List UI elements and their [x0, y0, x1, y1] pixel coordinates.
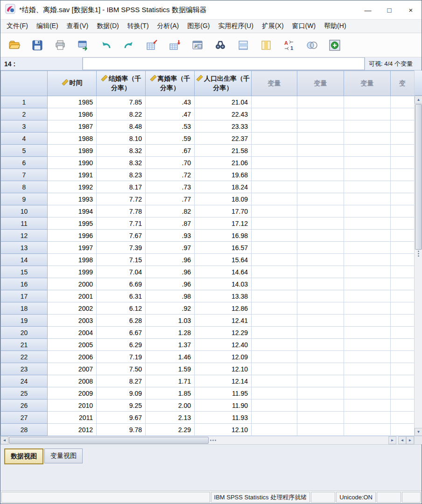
- empty-cell[interactable]: [391, 302, 415, 315]
- empty-cell[interactable]: [297, 351, 344, 363]
- empty-cell[interactable]: [252, 217, 297, 230]
- empty-cell[interactable]: [344, 302, 391, 315]
- row-header[interactable]: 17: [1, 290, 48, 302]
- data-cell[interactable]: .73: [146, 181, 195, 193]
- empty-cell[interactable]: [344, 120, 391, 133]
- empty-cell[interactable]: [391, 205, 415, 217]
- empty-cell[interactable]: [344, 278, 391, 290]
- empty-cell[interactable]: [252, 193, 297, 205]
- data-cell[interactable]: 11.90: [195, 399, 252, 412]
- row-header[interactable]: 10: [1, 205, 48, 217]
- data-cell[interactable]: .97: [146, 242, 195, 254]
- empty-cell[interactable]: [391, 424, 415, 436]
- empty-cell[interactable]: [391, 387, 415, 399]
- data-cell[interactable]: 2005: [48, 339, 97, 351]
- data-cell[interactable]: 1991: [48, 169, 97, 181]
- data-cell[interactable]: 2001: [48, 290, 97, 302]
- empty-cell[interactable]: [297, 230, 344, 242]
- pane-scroll-left-arrow[interactable]: ◄: [398, 436, 406, 444]
- empty-cell[interactable]: [391, 278, 415, 290]
- row-header[interactable]: 22: [1, 351, 48, 363]
- column-header-placeholder-1[interactable]: 变量: [252, 71, 297, 96]
- empty-cell[interactable]: [344, 315, 391, 327]
- row-header[interactable]: 12: [1, 230, 48, 242]
- empty-cell[interactable]: [344, 157, 391, 169]
- menu-item-data[interactable]: 数据(D): [92, 20, 123, 33]
- empty-cell[interactable]: [297, 290, 344, 302]
- data-cell[interactable]: 13.38: [195, 290, 252, 302]
- data-cell[interactable]: 7.15: [97, 254, 146, 266]
- row-header[interactable]: 13: [1, 242, 48, 254]
- empty-cell[interactable]: [297, 145, 344, 157]
- empty-cell[interactable]: [252, 399, 297, 412]
- redo-button[interactable]: [119, 35, 139, 55]
- data-cell[interactable]: 6.31: [97, 290, 146, 302]
- empty-cell[interactable]: [344, 217, 391, 230]
- empty-cell[interactable]: [252, 96, 297, 108]
- tab-data-view[interactable]: 数据视图: [4, 448, 43, 464]
- row-header[interactable]: 24: [1, 375, 48, 387]
- data-cell[interactable]: 1999: [48, 266, 97, 278]
- recall-dialogs-button[interactable]: [73, 35, 93, 55]
- data-cell[interactable]: 1993: [48, 193, 97, 205]
- row-header[interactable]: 26: [1, 399, 48, 412]
- empty-cell[interactable]: [297, 424, 344, 436]
- menu-item-utilities[interactable]: 实用程序(U): [214, 20, 257, 33]
- data-cell[interactable]: 16.98: [195, 230, 252, 242]
- data-cell[interactable]: 19.68: [195, 169, 252, 181]
- empty-cell[interactable]: [252, 120, 297, 133]
- empty-cell[interactable]: [252, 412, 297, 424]
- data-cell[interactable]: 1989: [48, 145, 97, 157]
- empty-cell[interactable]: [391, 339, 415, 351]
- data-cell[interactable]: .96: [146, 254, 195, 266]
- open-data-button[interactable]: [4, 35, 25, 55]
- empty-cell[interactable]: [297, 120, 344, 133]
- data-cell[interactable]: .53: [146, 120, 195, 133]
- data-cell[interactable]: 8.23: [97, 169, 146, 181]
- row-header[interactable]: 5: [1, 145, 48, 157]
- empty-cell[interactable]: [391, 266, 415, 278]
- empty-cell[interactable]: [252, 242, 297, 254]
- close-button[interactable]: ×: [400, 0, 422, 19]
- empty-cell[interactable]: [344, 375, 391, 387]
- data-cell[interactable]: 17.12: [195, 217, 252, 230]
- menu-item-extensions[interactable]: 扩展(X): [258, 20, 288, 33]
- empty-cell[interactable]: [252, 157, 297, 169]
- empty-cell[interactable]: [297, 339, 344, 351]
- empty-cell[interactable]: [344, 96, 391, 108]
- data-cell[interactable]: 2007: [48, 363, 97, 375]
- data-cell[interactable]: .82: [146, 205, 195, 217]
- data-cell[interactable]: .96: [146, 278, 195, 290]
- menu-item-file[interactable]: 文件(F): [2, 20, 32, 33]
- empty-cell[interactable]: [344, 169, 391, 181]
- empty-cell[interactable]: [344, 254, 391, 266]
- row-header[interactable]: 27: [1, 412, 48, 424]
- data-cell[interactable]: 2011: [48, 412, 97, 424]
- data-cell[interactable]: 7.50: [97, 363, 146, 375]
- data-cell[interactable]: 6.69: [97, 278, 146, 290]
- data-cell[interactable]: 7.78: [97, 205, 146, 217]
- empty-cell[interactable]: [344, 108, 391, 120]
- empty-cell[interactable]: [297, 242, 344, 254]
- data-cell[interactable]: 14.03: [195, 278, 252, 290]
- menu-item-edit[interactable]: 编辑(E): [32, 20, 63, 33]
- empty-cell[interactable]: [252, 424, 297, 436]
- data-cell[interactable]: 1.85: [146, 387, 195, 399]
- empty-cell[interactable]: [297, 169, 344, 181]
- undo-button[interactable]: [96, 35, 116, 55]
- data-cell[interactable]: 21.04: [195, 96, 252, 108]
- column-header-marriage-rate[interactable]: 结婚率（千分率）: [97, 71, 146, 96]
- menu-item-view[interactable]: 查看(V): [63, 20, 93, 33]
- data-cell[interactable]: 16.57: [195, 242, 252, 254]
- empty-cell[interactable]: [344, 327, 391, 339]
- data-cell[interactable]: 1995: [48, 217, 97, 230]
- empty-cell[interactable]: [297, 181, 344, 193]
- empty-cell[interactable]: [391, 169, 415, 181]
- data-cell[interactable]: 2012: [48, 424, 97, 436]
- data-cell[interactable]: 8.17: [97, 181, 146, 193]
- data-cell[interactable]: 8.32: [97, 145, 146, 157]
- data-cell[interactable]: .67: [146, 145, 195, 157]
- data-cell[interactable]: 6.29: [97, 339, 146, 351]
- data-cell[interactable]: 22.37: [195, 133, 252, 145]
- data-cell[interactable]: 1988: [48, 133, 97, 145]
